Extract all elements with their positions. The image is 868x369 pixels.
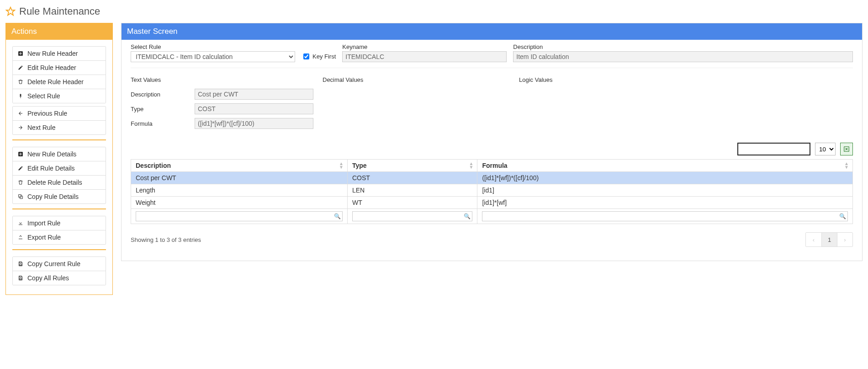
description-field[interactable]: [513, 51, 853, 62]
cell-formula: [id1]: [477, 184, 853, 197]
select-rule-dropdown[interactable]: ITEMIDCALC - Item ID calculation: [131, 51, 295, 62]
col-formula-header[interactable]: Formula ▲▼: [477, 160, 853, 172]
cell-description: Length: [131, 184, 348, 197]
pager-page-1-button[interactable]: 1: [821, 233, 837, 246]
copy-all-rules-button[interactable]: Copy All Rules: [13, 271, 106, 285]
trash-icon: [17, 79, 24, 85]
excel-icon: [843, 146, 850, 152]
pin-icon: [17, 93, 24, 99]
sort-icon: ▲▼: [339, 162, 344, 169]
star-icon: [5, 6, 16, 16]
keyname-field[interactable]: [342, 51, 507, 62]
copy-icon: [17, 194, 24, 199]
edit-rule-details-button[interactable]: Edit Rule Details: [13, 161, 106, 175]
new-rule-details-button[interactable]: New Rule Details: [13, 147, 106, 161]
trash-icon: [17, 180, 24, 185]
pencil-icon: [17, 166, 24, 171]
rule-details-table: Description ▲▼ Type ▲▼ Formula ▲▼: [131, 159, 853, 224]
master-screen-panel: Master Screen Select Rule ITEMIDCALC - I…: [121, 23, 863, 261]
key-first-label: Key First: [312, 53, 336, 60]
page-title: Rule Maintenance: [19, 5, 100, 17]
sidebar-title: Actions: [6, 23, 112, 40]
action-label: Next Rule: [27, 124, 55, 131]
cell-type: COST: [348, 172, 477, 184]
form-divider: [131, 68, 853, 68]
text-description-label: Description: [131, 91, 190, 98]
svg-rect-11: [20, 276, 21, 278]
pager: ‹ 1 ›: [805, 232, 853, 247]
table-info: Showing 1 to 3 of 3 entries: [131, 236, 201, 243]
new-rule-header-button[interactable]: New Rule Header: [13, 47, 106, 60]
action-label: Edit Rule Header: [27, 64, 76, 71]
filter-formula-input[interactable]: [482, 211, 848, 221]
description-label: Description: [513, 43, 853, 50]
master-screen-title: Master Screen: [122, 23, 862, 40]
table-search-input[interactable]: [737, 143, 810, 155]
export-excel-button[interactable]: [840, 143, 853, 155]
pager-next-button[interactable]: ›: [837, 233, 852, 246]
logic-values-heading: Logic Values: [519, 76, 853, 83]
export-rule-button[interactable]: Export Rule: [13, 230, 106, 244]
chevron-left-icon: ‹: [813, 236, 815, 243]
page-header: Rule Maintenance: [5, 5, 863, 17]
decimal-values-heading: Decimal Values: [323, 76, 519, 83]
cell-type: LEN: [348, 184, 477, 197]
sort-icon: ▲▼: [844, 162, 849, 169]
svg-rect-6: [19, 154, 22, 155]
table-row[interactable]: Cost per CWT COST ([id1]*[wf])*([cf]/100…: [131, 172, 853, 184]
copy-rule-details-button[interactable]: Copy Rule Details: [13, 189, 106, 203]
action-group-io: Import Rule Export Rule: [12, 216, 106, 245]
import-rule-button[interactable]: Import Rule: [13, 216, 106, 230]
action-label: Copy Rule Details: [27, 193, 79, 200]
svg-rect-3: [19, 53, 22, 54]
delete-rule-details-button[interactable]: Delete Rule Details: [13, 175, 106, 189]
svg-marker-0: [6, 7, 15, 15]
actions-sidebar: Actions New Rule Header Edit Rule Header…: [5, 23, 113, 295]
previous-rule-button[interactable]: Previous Rule: [13, 107, 106, 120]
text-formula-field[interactable]: [195, 118, 313, 129]
delete-rule-header-button[interactable]: Delete Rule Header: [13, 75, 106, 89]
cell-description: Cost per CWT: [131, 172, 348, 184]
filter-description-input[interactable]: [136, 211, 343, 221]
action-group-details: New Rule Details Edit Rule Details Delet…: [12, 147, 106, 204]
action-label: New Rule Details: [27, 150, 76, 158]
select-rule-label: Select Rule: [131, 43, 295, 50]
copy-current-rule-button[interactable]: Copy Current Rule: [13, 257, 106, 271]
action-label: Edit Rule Details: [27, 165, 75, 172]
action-group-copy: Copy Current Rule Copy All Rules: [12, 257, 106, 285]
page-size-select[interactable]: 10: [815, 143, 836, 155]
col-description-header[interactable]: Description ▲▼: [131, 160, 348, 172]
text-values-heading: Text Values: [131, 76, 323, 83]
cell-formula: ([id1]*[wf])*([cf]/100): [477, 172, 853, 184]
next-rule-button[interactable]: Next Rule: [13, 120, 106, 134]
save-icon: [17, 275, 24, 281]
upload-icon: [17, 235, 24, 240]
pager-prev-button[interactable]: ‹: [806, 233, 821, 246]
table-row[interactable]: Length LEN [id1]: [131, 184, 853, 197]
action-label: Import Rule: [27, 219, 60, 227]
action-label: Export Rule: [27, 234, 61, 241]
action-group-nav: Previous Rule Next Rule: [12, 106, 106, 135]
sort-icon: ▲▼: [469, 162, 473, 169]
action-label: Previous Rule: [27, 110, 67, 117]
arrow-left-icon: [17, 111, 24, 116]
table-filter-row: 🔍 🔍 🔍: [131, 209, 853, 224]
keyname-label: Keyname: [342, 43, 507, 50]
action-label: Select Rule: [27, 92, 60, 100]
cell-description: Weight: [131, 197, 348, 209]
text-type-field[interactable]: [195, 103, 313, 114]
col-type-header[interactable]: Type ▲▼: [348, 160, 477, 172]
svg-rect-12: [20, 278, 21, 280]
key-first-checkbox[interactable]: [303, 53, 309, 59]
table-row[interactable]: Weight WT [id1]*[wf]: [131, 197, 853, 209]
cell-type: WT: [348, 197, 477, 209]
save-icon: [17, 261, 24, 267]
action-label: Delete Rule Header: [27, 78, 84, 86]
download-icon: [17, 220, 24, 226]
sidebar-divider: [12, 249, 106, 250]
select-rule-button[interactable]: Select Rule: [13, 89, 106, 103]
text-description-field[interactable]: [195, 89, 313, 100]
chevron-right-icon: ›: [844, 236, 846, 243]
filter-type-input[interactable]: [352, 211, 472, 221]
edit-rule-header-button[interactable]: Edit Rule Header: [13, 60, 106, 75]
